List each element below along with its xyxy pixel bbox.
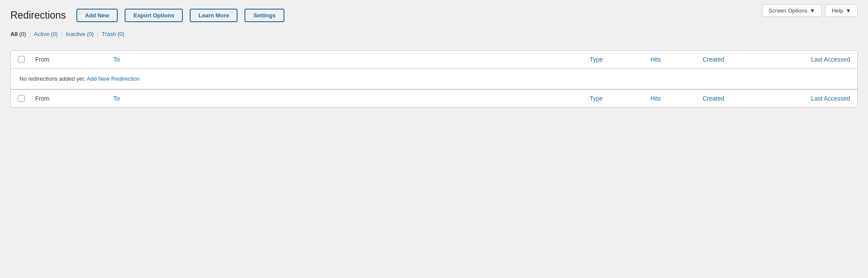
export-options-button[interactable]: Export Options xyxy=(125,9,183,22)
screen-options-chevron-icon: ▼ xyxy=(810,7,815,14)
add-new-redirection-link[interactable]: Add New Redirection xyxy=(87,75,140,82)
col-header-to[interactable]: To xyxy=(113,56,590,63)
table-empty-row: No redirections added yet. Add New Redir… xyxy=(11,69,857,89)
learn-more-button[interactable]: Learn More xyxy=(190,9,238,22)
col-header-hits[interactable]: Hits xyxy=(650,56,703,63)
col-header-created[interactable]: Created xyxy=(703,56,772,63)
filter-trash-link[interactable]: Trash (0) xyxy=(102,31,124,37)
help-button[interactable]: Help ▼ xyxy=(825,4,858,17)
help-chevron-icon: ▼ xyxy=(845,7,851,14)
settings-button[interactable]: Settings xyxy=(244,9,284,22)
col-header-type[interactable]: Type xyxy=(590,56,650,63)
filter-links: All (0) | Active (0) | Inactive (0) | Tr… xyxy=(10,31,858,37)
col-footer-to[interactable]: To xyxy=(113,95,590,102)
col-footer-last-accessed[interactable]: Last Accessed xyxy=(772,95,850,102)
filter-all-label: All (0) xyxy=(10,31,28,37)
col-footer-type[interactable]: Type xyxy=(590,95,650,102)
footer-select-all-checkbox[interactable] xyxy=(18,95,25,102)
add-new-button[interactable]: Add New xyxy=(76,9,118,22)
table-footer-row: From To Type Hits Created Last Accessed xyxy=(11,89,857,107)
col-header-from: From xyxy=(35,56,113,63)
sep-3: | xyxy=(97,31,99,37)
filter-inactive-link[interactable]: Inactive (0) xyxy=(66,31,96,37)
select-all-checkbox[interactable] xyxy=(18,56,25,63)
page-title: Redirections xyxy=(10,10,66,21)
table-header-row: From To Type Hits Created Last Accessed xyxy=(11,51,857,69)
settings-label: Settings xyxy=(253,12,275,19)
learn-more-label: Learn More xyxy=(198,12,229,19)
export-options-label: Export Options xyxy=(133,12,174,19)
screen-options-button[interactable]: Screen Options ▼ xyxy=(762,4,822,17)
add-new-label: Add New xyxy=(85,12,109,19)
page-wrapper: Screen Options ▼ Help ▼ Redirections Add… xyxy=(0,0,868,116)
col-footer-from: From xyxy=(35,95,113,102)
header-checkbox-cell[interactable] xyxy=(18,56,35,63)
empty-message: No redirections added yet. xyxy=(20,75,86,82)
col-footer-hits[interactable]: Hits xyxy=(650,95,703,102)
redirections-table: From To Type Hits Created Last Accessed … xyxy=(10,50,858,108)
top-right-controls: Screen Options ▼ Help ▼ xyxy=(759,4,858,17)
sep-1: | xyxy=(30,31,31,37)
screen-options-label: Screen Options xyxy=(769,7,808,14)
col-header-last-accessed[interactable]: Last Accessed xyxy=(772,56,850,63)
page-header: Redirections Add New Export Options Lear… xyxy=(10,9,858,22)
help-label: Help xyxy=(832,7,843,14)
sep-2: | xyxy=(61,31,63,37)
col-footer-created[interactable]: Created xyxy=(703,95,772,102)
filter-active-link[interactable]: Active (0) xyxy=(34,31,59,37)
footer-checkbox-cell[interactable] xyxy=(18,95,35,102)
